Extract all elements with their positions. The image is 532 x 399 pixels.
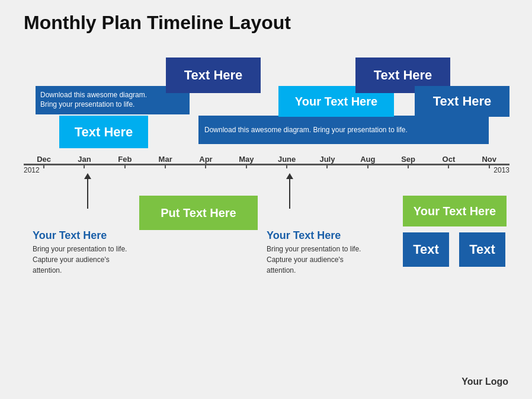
month-cell-july: July xyxy=(307,155,347,164)
arrowhead-jan xyxy=(84,173,91,179)
above-timeline: Download this awesome diagram. Bring you… xyxy=(24,52,509,155)
month-tick xyxy=(43,164,44,168)
shaft-june xyxy=(289,179,290,209)
month-tick xyxy=(408,164,409,168)
text-box-2: Text xyxy=(459,232,505,267)
month-tick xyxy=(489,164,490,168)
your-text-right-main: Your Text Here xyxy=(267,229,361,242)
your-text-left-sub: Bring your presentation to life. Capture… xyxy=(33,244,127,276)
month-cell-aug: Aug xyxy=(348,155,388,164)
timeline-line xyxy=(24,164,509,165)
your-text-green-right: Your Text Here xyxy=(403,196,507,226)
text-here-dark-blue-left: Text Here xyxy=(166,58,261,93)
your-text-left-main: Your Text Here xyxy=(33,229,127,242)
month-tick xyxy=(246,164,247,168)
month-cell-mar: Mar xyxy=(145,155,185,164)
month-tick xyxy=(326,164,328,168)
arrowhead-june xyxy=(286,173,293,179)
shaft-jan xyxy=(87,179,88,209)
month-cell-june: June xyxy=(267,155,307,164)
month-tick xyxy=(448,164,449,168)
month-tick xyxy=(124,164,126,168)
timeline-bar: DecJanFebMarAprMayJuneJulyAugSepOctNov 2… xyxy=(24,155,509,173)
month-cell-oct: Oct xyxy=(428,155,469,164)
page-title: Monthly Plan Timeline Layout xyxy=(24,12,508,34)
text-here-cyan-left: Text Here xyxy=(59,116,148,148)
month-tick xyxy=(165,164,166,168)
month-tick xyxy=(367,164,368,168)
below-timeline: Put Text Here Your Text Here Bring your … xyxy=(24,173,509,304)
month-tick xyxy=(286,164,287,168)
arrow-june xyxy=(286,173,293,209)
download-right-box: Download this awesome diagram. Bring you… xyxy=(198,116,489,144)
timeline-months: DecJanFebMarAprMayJuneJulyAugSepOctNov xyxy=(24,155,509,164)
your-text-left: Your Text Here Bring your presentation t… xyxy=(33,229,127,276)
text-here-blue-farright: Text Here xyxy=(415,86,509,117)
slide: Monthly Plan Timeline Layout Download th… xyxy=(0,0,532,399)
month-tick xyxy=(205,164,206,168)
your-text-right: Your Text Here Bring your presentation t… xyxy=(267,229,361,276)
arrow-jan xyxy=(84,173,91,209)
month-cell-nov: Nov xyxy=(469,155,509,164)
logo: Your Logo xyxy=(462,376,508,387)
your-text-right-sub: Bring your presentation to life. Capture… xyxy=(267,244,361,276)
month-cell-dec: Dec xyxy=(24,155,64,164)
month-cell-apr: Apr xyxy=(185,155,226,164)
month-cell-feb: Feb xyxy=(105,155,145,164)
timeline-area: Download this awesome diagram. Bring you… xyxy=(24,52,508,304)
download-left-text: Download this awesome diagram. Bring you… xyxy=(40,91,147,109)
text-box-1: Text xyxy=(403,232,449,267)
month-tick xyxy=(84,164,85,168)
month-cell-jan: Jan xyxy=(64,155,104,164)
month-cell-sep: Sep xyxy=(388,155,428,164)
month-cell-may: May xyxy=(226,155,267,164)
put-text-green: Put Text Here xyxy=(139,196,258,230)
